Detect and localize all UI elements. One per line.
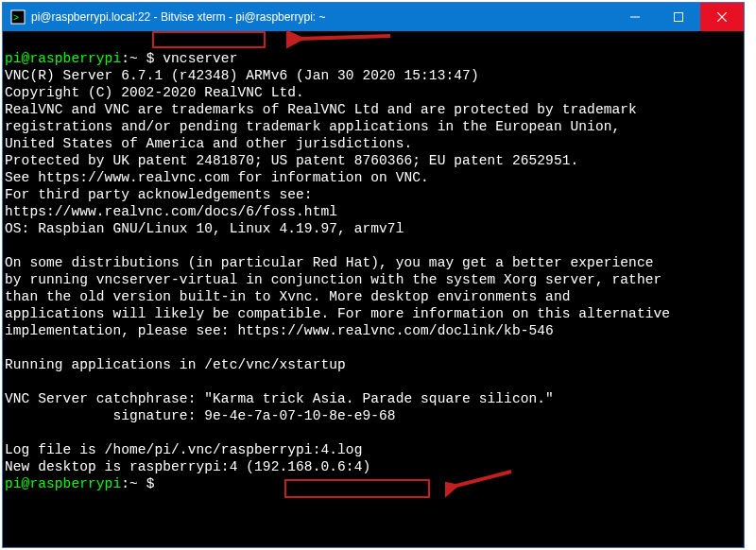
output-line: Running applications in /etc/vnc/xstartu… bbox=[5, 357, 346, 372]
output-line: registrations and/or pending trademark a… bbox=[5, 119, 620, 134]
prompt-line-2: pi@raspberrypi:~ $ bbox=[5, 476, 163, 491]
prompt-user-host: pi@raspberrypi bbox=[5, 476, 121, 491]
output-line: applications will likely be compatible. … bbox=[5, 306, 670, 321]
window-title: pi@raspberrypi.local:22 - Bitvise xterm … bbox=[31, 10, 613, 24]
svg-rect-3 bbox=[675, 13, 683, 22]
output-line: Log file is /home/pi/.vnc/raspberrypi:4.… bbox=[5, 442, 362, 457]
output-line: On some distributions (in particular Red… bbox=[5, 255, 654, 270]
output-line: Protected by UK patent 2481870; US paten… bbox=[5, 153, 578, 168]
svg-text:>: > bbox=[13, 12, 19, 23]
prompt-cwd: :~ $ bbox=[121, 476, 163, 491]
app-icon: > bbox=[10, 9, 26, 25]
output-line: implementation, please see: https://www.… bbox=[5, 323, 554, 338]
output-line: RealVNC and VNC are trademarks of RealVN… bbox=[5, 102, 637, 117]
output-line: by running vncserver-virtual in conjunct… bbox=[5, 272, 662, 287]
entered-command: vncserver bbox=[163, 51, 237, 66]
output-line: https://www.realvnc.com/docs/6/foss.html bbox=[5, 204, 337, 219]
prompt-cwd: :~ $ bbox=[121, 51, 163, 66]
output-line: OS: Raspbian GNU/Linux 10, Linux 4.19.97… bbox=[5, 221, 404, 236]
output-line: than the old version built-in to Xvnc. M… bbox=[5, 289, 571, 304]
window-buttons bbox=[613, 3, 744, 31]
output-line: For third party acknowledgements see: bbox=[5, 187, 313, 202]
terminal-body[interactable]: pi@raspberrypi:~ $ vncserver VNC(R) Serv… bbox=[3, 31, 744, 547]
output-line: signature: 9e-4e-7a-07-10-8e-e9-68 bbox=[5, 408, 396, 423]
output-line: New desktop is raspberrypi:4 (192.168.0.… bbox=[5, 459, 370, 474]
prompt-user-host: pi@raspberrypi bbox=[5, 51, 121, 66]
titlebar[interactable]: > pi@raspberrypi.local:22 - Bitvise xter… bbox=[3, 3, 744, 31]
prompt-line-1: pi@raspberrypi:~ $ vncserver bbox=[5, 51, 237, 66]
output-line: See https://www.realvnc.com for informat… bbox=[5, 170, 429, 185]
terminal-window: > pi@raspberrypi.local:22 - Bitvise xter… bbox=[2, 2, 745, 548]
output-line: United States of America and other juris… bbox=[5, 136, 412, 151]
output-line: Copyright (C) 2002-2020 RealVNC Ltd. bbox=[5, 85, 304, 100]
output-line: VNC(R) Server 6.7.1 (r42348) ARMv6 (Jan … bbox=[5, 68, 479, 83]
output-line: VNC Server catchphrase: "Karma trick Asi… bbox=[5, 391, 554, 406]
close-button[interactable] bbox=[700, 3, 744, 31]
minimize-button[interactable] bbox=[613, 3, 657, 31]
maximize-button[interactable] bbox=[657, 3, 700, 31]
